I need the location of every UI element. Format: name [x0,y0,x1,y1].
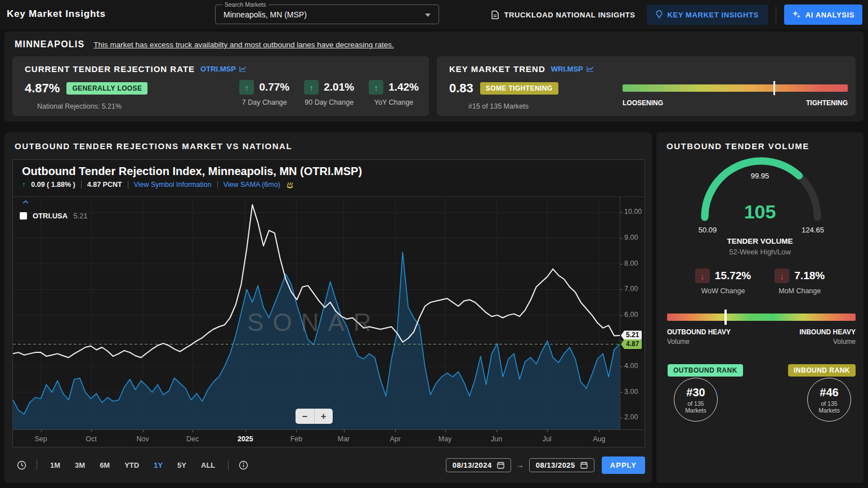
outbound-rank-circle: #30 of 135 Markets [674,378,718,422]
chart-title: Outbound Tender Rejection Index, Minneap… [22,165,636,178]
line-chart-icon [587,66,594,72]
header-divider [776,6,776,23]
header-actions: TRUCKLOAD NATIONAL INSIGHTS KEY MARKET I… [488,0,862,29]
outbound-volume-sublabel: Volume [667,338,690,346]
document-icon [491,11,499,19]
outbound-rank-markets: Markets [685,407,706,414]
chevron-up-icon[interactable] [23,200,29,204]
apply-button[interactable]: APPLY [602,456,645,474]
loosening-label: LOOSENING [623,99,663,107]
x-tick [344,430,344,432]
change-yoy: ↑ 1.42% YoY Change [369,80,419,106]
tightening-label: TIGHTENING [806,99,848,107]
line-chart-icon [239,66,247,72]
sidebar-title: OUTBOUND TENDER VOLUME [666,141,809,151]
inbound-rank-badge: INBOUND RANK [788,364,856,377]
inbound-rank-circle: #46 of 135 Markets [807,378,851,422]
view-symbol-information-link[interactable]: View Symbol Information [134,181,212,189]
trend-value: 0.83 [449,81,473,96]
up-arrow-icon: ↑ [239,80,254,95]
outbound-rank-badge: OUTBOUND RANK [668,364,743,377]
y-tick-label: 2.00 [624,413,638,421]
chart-header: Outbound Tender Rejection Index, Minneap… [13,160,645,197]
legend-series-value: 5.21 [73,212,87,220]
y-tick-label: 9.00 [624,234,638,241]
x-tick-label: Jun [491,435,502,443]
toolbar-divider [228,460,229,470]
up-arrow-icon: ↑ [22,181,25,189]
outbound-heavy-label: OUTBOUND HEAVY [667,328,731,336]
legend-swatch [20,212,27,220]
x-tick [395,430,396,432]
chart-value-text: 4.87 PCNT [87,181,122,189]
sparkles-icon [792,10,801,19]
gauge-max-label: 124.65 [802,226,824,234]
market-search-select[interactable]: Search Markets Minneapolis, MN (MSP) [215,5,439,24]
change-yoy-value: 1.42% [388,81,419,93]
wri-symbol-link[interactable]: WRI.MSP [551,65,594,73]
wri-symbol-label: WRI.MSP [551,65,583,73]
x-tick [245,430,246,432]
tender-rejection-card: CURRENT TENDER REJECTION RATE OTRI.MSP 4… [12,56,429,116]
sama-hand-icon [286,181,294,189]
range-all-button[interactable]: ALL [201,461,215,469]
page-title: Key Market Insights [7,8,106,20]
range-ytd-button[interactable]: YTD [124,461,139,469]
y-axis[interactable]: 2.003.004.005.006.007.008.009.0010.005.2… [620,197,645,429]
range-6m-button[interactable]: 6M [100,461,110,469]
volume-balance-gradient-bar [667,314,856,321]
change-yoy-label: YoY Change [374,99,414,106]
x-tick-label: Dec [186,435,199,443]
x-tick-label: Jul [543,435,552,443]
x-tick-label: Nov [137,435,149,443]
clock-icon[interactable] [12,460,31,470]
truckload-label: TRUCKLOAD NATIONAL INSIGHTS [504,11,635,19]
truckload-national-insights-button[interactable]: TRUCKLOAD NATIONAL INSIGHTS [488,11,638,19]
zoom-out-button[interactable]: − [296,409,315,424]
ai-analysis-button[interactable]: AI ANALYSIS [784,5,862,25]
x-tick-label: Oct [86,435,96,443]
date-from-value: 08/13/2024 [453,461,492,469]
info-icon[interactable] [234,460,253,470]
x-axis[interactable]: SepOctNovDec2025FebMarAprMayJunJulAug [13,429,645,447]
chart-card: Outbound Tender Rejection Index, Minneap… [12,159,645,447]
market-summary: MINNEAPOLIS This market has excess truck… [15,39,394,50]
toolbar-divider [37,460,37,470]
change-7day: ↑ 0.77% 7 Day Change [239,80,289,106]
range-3m-button[interactable]: 3M [75,461,85,469]
separator [81,181,82,189]
trend-status-badge: SOME TIGHTENING [480,82,558,95]
change-90day: ↑ 2.01% 90 Day Change [304,80,354,106]
market-description-link[interactable]: This market has excess truck availabilty… [93,41,394,49]
x-tick [599,430,599,432]
legend-otri-usa[interactable]: OTRI.USA 5.21 [20,212,87,220]
chart-plot-area[interactable]: SONAR OTRI.USA 5.21 − + [13,197,620,429]
calendar-icon [497,462,504,469]
status-badge: GENERALLY LOOSE [66,82,147,95]
inbound-heavy-label: INBOUND HEAVY [799,328,856,336]
date-to-input[interactable]: 08/13/2025 [529,458,594,472]
national-rejections-note: National Rejections: 5.21% [37,102,122,110]
gauge-min-label: 50.09 [699,226,717,234]
range-1m-button[interactable]: 1M [50,461,60,469]
date-from-input[interactable]: 08/13/2024 [446,458,511,472]
date-to-value: 08/13/2025 [536,461,575,469]
legend-series-name: OTRI.USA [33,212,68,220]
up-arrow-icon: ↑ [369,80,383,95]
range-1y-button[interactable]: 1Y [154,461,163,469]
key-market-insights-button[interactable]: KEY MARKET INSIGHTS [647,5,768,25]
chart-change-text: 0.09 ( 1.88% ) [31,181,75,189]
inbound-volume-sublabel: Volume [833,338,856,346]
zoom-in-button[interactable]: + [315,409,333,424]
wow-change-label: WoW Change [701,287,745,295]
x-tick-label: May [439,435,452,443]
search-label: Search Markets [222,1,269,8]
outbound-rank-of: of 135 [687,400,704,407]
range-5y-button[interactable]: 5Y [177,461,186,469]
mom-change-value: 7.18% [794,270,825,282]
x-tick-label: Mar [338,435,350,443]
otri-symbol-link[interactable]: OTRI.MSP [200,65,247,73]
gauge-value: 105 [656,201,863,223]
x-tick [143,430,144,432]
view-sama-link[interactable]: View SAMA (6mo) [223,181,280,189]
